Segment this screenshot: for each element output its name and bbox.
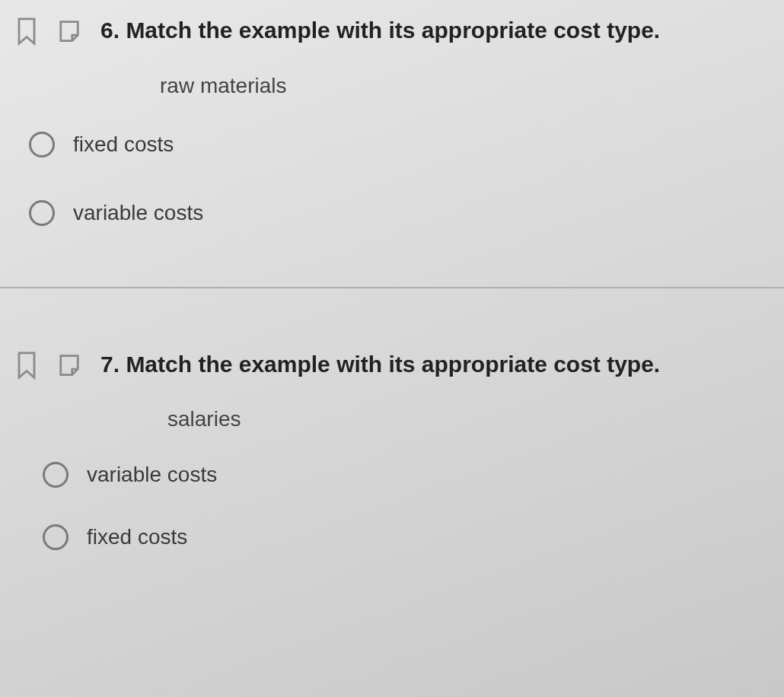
- note-icon[interactable]: [58, 351, 81, 380]
- options-list: fixed costs variable costs: [29, 132, 769, 226]
- question-example: salaries: [167, 407, 769, 431]
- bookmark-icon[interactable]: [15, 351, 38, 380]
- radio-icon[interactable]: [43, 462, 69, 488]
- icon-column: [15, 15, 81, 46]
- question-title: 7. Match the example with its appropriat…: [100, 349, 769, 380]
- question-example: raw materials: [160, 74, 769, 98]
- option-label: variable costs: [87, 463, 217, 487]
- option-row[interactable]: variable costs: [43, 462, 769, 488]
- question-block: 6. Match the example with its appropriat…: [0, 0, 784, 256]
- question-header: 7. Match the example with its appropriat…: [15, 349, 769, 380]
- question-title: 6. Match the example with its appropriat…: [100, 15, 769, 46]
- radio-icon[interactable]: [29, 200, 55, 226]
- option-label: variable costs: [73, 201, 203, 225]
- icon-column: [15, 349, 81, 380]
- option-row[interactable]: variable costs: [29, 200, 769, 226]
- note-icon[interactable]: [58, 17, 81, 46]
- question-header: 6. Match the example with its appropriat…: [15, 15, 769, 46]
- option-row[interactable]: fixed costs: [43, 524, 769, 550]
- question-prompt: Match the example with its appropriate c…: [126, 352, 660, 377]
- question-block: 7. Match the example with its appropriat…: [0, 334, 784, 581]
- option-row[interactable]: fixed costs: [29, 132, 769, 158]
- options-list: variable costs fixed costs: [43, 462, 769, 550]
- question-number: 6.: [100, 18, 120, 43]
- bookmark-icon[interactable]: [15, 17, 38, 46]
- option-label: fixed costs: [87, 525, 187, 549]
- question-number: 7.: [100, 352, 120, 377]
- question-prompt: Match the example with its appropriate c…: [126, 18, 660, 43]
- radio-icon[interactable]: [43, 524, 69, 550]
- option-label: fixed costs: [73, 132, 174, 157]
- question-divider: [0, 287, 784, 288]
- radio-icon[interactable]: [29, 132, 55, 158]
